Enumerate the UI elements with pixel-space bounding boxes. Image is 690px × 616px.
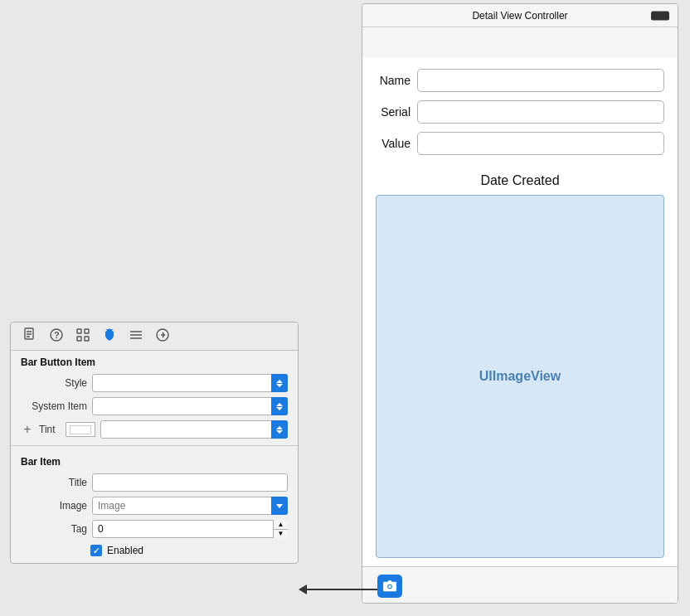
serial-input[interactable] (417, 100, 664, 124)
enabled-label: Enabled (107, 545, 143, 556)
device-content: Name Serial Value Date Created UIImageVi… (362, 57, 678, 566)
svg-rect-8 (77, 337, 81, 341)
enabled-checkbox[interactable]: ✓ (90, 545, 102, 556)
style-select-wrapper: Bordered (92, 374, 288, 392)
svg-point-17 (388, 585, 391, 589)
device-toolbar (362, 566, 678, 603)
inspector-panel: ? (10, 322, 299, 564)
question-icon[interactable]: ? (49, 327, 64, 345)
file-icon[interactable] (22, 327, 37, 345)
form-fields: Name Serial Value (362, 57, 678, 168)
svg-rect-7 (85, 329, 89, 333)
grid-icon[interactable] (75, 327, 90, 345)
tint-label: Tint (39, 424, 56, 435)
value-row: Value (376, 132, 664, 155)
battery-icon (651, 11, 669, 20)
list-icon[interactable] (129, 327, 143, 345)
tag-step-down-button[interactable]: ▼ (274, 530, 288, 539)
image-row: Image (11, 494, 298, 517)
image-view-label: UIImageView (479, 369, 561, 384)
serial-label: Serial (376, 105, 411, 119)
image-select-wrapper (92, 497, 288, 515)
device-title: Detail View Controller (472, 10, 567, 22)
tint-plus-button[interactable]: + (21, 423, 34, 436)
style-row: Style Bordered (11, 371, 298, 395)
title-row: Title (11, 471, 298, 494)
tag-input[interactable] (92, 520, 288, 538)
tint-color-swatch[interactable] (66, 422, 95, 437)
checkmark-icon: ✓ (93, 546, 100, 555)
tint-select[interactable]: Default (100, 420, 288, 439)
arrow-shaft (307, 589, 386, 590)
name-input[interactable] (417, 69, 664, 92)
arrow-head (299, 584, 307, 594)
system-item-row: System Item Camera (11, 395, 298, 418)
image-label: Image (21, 500, 87, 512)
tag-stepper: ▲ ▼ (273, 520, 288, 538)
title-label: Title (21, 477, 87, 488)
device-status-bar (362, 27, 678, 57)
title-input[interactable] (92, 473, 288, 492)
inspector-toolbar: ? (11, 323, 298, 351)
circle-arrow-icon[interactable] (155, 327, 170, 345)
svg-rect-6 (77, 329, 81, 333)
device-header: Detail View Controller (362, 4, 678, 27)
image-view-container: UIImageView (376, 195, 664, 558)
tint-select-wrapper: Default (100, 420, 288, 439)
section-divider (11, 445, 298, 446)
image-select[interactable] (92, 497, 288, 515)
camera-svg-icon (382, 580, 397, 592)
tint-row: + Tint Default (11, 418, 298, 441)
camera-icon-badge[interactable] (377, 575, 402, 598)
tag-step-up-button[interactable]: ▲ (274, 520, 288, 530)
style-label: Style (21, 377, 87, 389)
svg-text:?: ? (54, 330, 60, 340)
tag-row: Tag ▲ ▼ (11, 517, 298, 541)
system-item-label: System Item (21, 400, 87, 412)
system-item-select[interactable]: Camera (92, 397, 288, 415)
enabled-row: ✓ Enabled (11, 541, 298, 563)
bar-button-item-title: Bar Button Item (11, 351, 298, 371)
value-label: Value (376, 137, 411, 150)
name-label: Name (376, 74, 411, 87)
name-row: Name (376, 69, 664, 92)
date-created-label: Date Created (362, 173, 678, 188)
arrow-down-icon[interactable] (102, 327, 117, 345)
serial-row: Serial (376, 100, 664, 124)
style-select[interactable]: Bordered (92, 374, 288, 392)
arrow-connector (299, 584, 386, 594)
value-input[interactable] (417, 132, 664, 155)
tag-label: Tag (21, 523, 87, 535)
svg-rect-9 (85, 337, 89, 341)
tag-input-wrapper: ▲ ▼ (92, 520, 288, 538)
device-frame: Detail View Controller Name Serial Value… (362, 3, 678, 604)
system-item-select-wrapper: Camera (92, 397, 288, 415)
bar-item-title: Bar Item (11, 450, 298, 471)
